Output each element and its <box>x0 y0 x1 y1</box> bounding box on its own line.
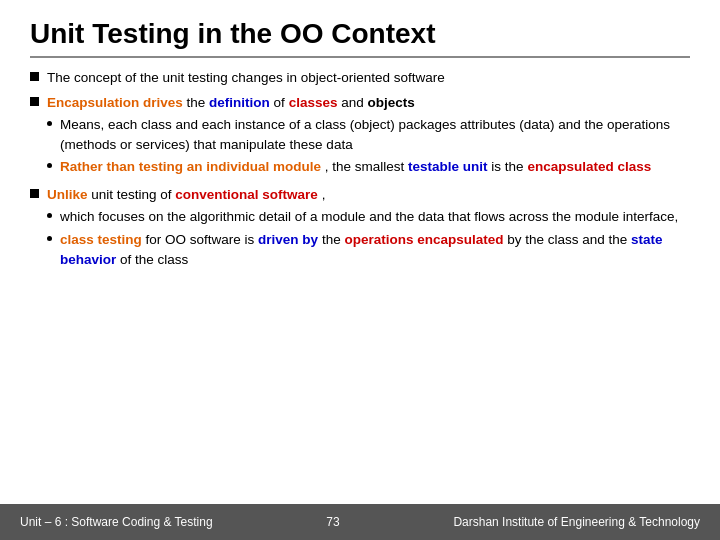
text: , <box>322 187 326 202</box>
text: the <box>322 232 345 247</box>
footer-center: 73 <box>326 515 339 529</box>
footer: Unit – 6 : Software Coding & Testing 73 … <box>0 504 720 540</box>
highlight: classes <box>289 95 338 110</box>
sub-bullet-icon <box>47 236 52 241</box>
sub-bullet-text: Means, each class and each instance of a… <box>60 115 690 154</box>
list-item: Encapsulation drives the definition of c… <box>30 93 690 180</box>
list-item: Rather than testing an individual module… <box>47 157 690 177</box>
highlight: conventional software <box>175 187 318 202</box>
footer-left: Unit – 6 : Software Coding & Testing <box>20 515 213 529</box>
main-content: Unit Testing in the OO Context The conce… <box>0 0 720 504</box>
sub-bullet-text: class testing for OO software is driven … <box>60 230 690 269</box>
text: of <box>274 95 289 110</box>
bullet-text: Encapsulation drives the definition of c… <box>47 93 415 113</box>
sub-bullet-list: Means, each class and each instance of a… <box>47 115 690 180</box>
sub-bullet-text: which focuses on the algorithmic detail … <box>60 207 678 227</box>
highlight: class testing <box>60 232 142 247</box>
highlight: Rather than testing an individual module <box>60 159 321 174</box>
highlight: driven by <box>258 232 318 247</box>
sub-bullet-icon <box>47 213 52 218</box>
sub-bullet-text: Rather than testing an individual module… <box>60 157 651 177</box>
text: by the class and the <box>507 232 631 247</box>
sub-bullet-icon <box>47 163 52 168</box>
bullet-icon <box>30 97 39 106</box>
text: of the class <box>120 252 188 267</box>
text: for OO software is <box>146 232 259 247</box>
sub-bullet-list: which focuses on the algorithmic detail … <box>47 207 690 272</box>
highlight: operations encapsulated <box>344 232 503 247</box>
bullet-list: The concept of the unit testing changes … <box>30 68 690 272</box>
sub-bullet-icon <box>47 121 52 126</box>
highlight: Encapsulation drives <box>47 95 183 110</box>
text: the <box>187 95 210 110</box>
list-item: Means, each class and each instance of a… <box>47 115 690 154</box>
highlight: testable unit <box>408 159 488 174</box>
text: unit testing of <box>91 187 175 202</box>
slide-title: Unit Testing in the OO Context <box>30 18 690 58</box>
text: is the <box>491 159 527 174</box>
slide: Unit Testing in the OO Context The conce… <box>0 0 720 540</box>
highlight: definition <box>209 95 270 110</box>
list-item: class testing for OO software is driven … <box>47 230 690 269</box>
highlight: Unlike <box>47 187 88 202</box>
bullet-text: Unlike unit testing of conventional soft… <box>47 185 325 205</box>
bullet-icon <box>30 72 39 81</box>
text: , the smallest <box>325 159 408 174</box>
bullet-icon <box>30 189 39 198</box>
list-item: which focuses on the algorithmic detail … <box>47 207 690 227</box>
footer-right: Darshan Institute of Engineering & Techn… <box>453 515 700 529</box>
list-item: Unlike unit testing of conventional soft… <box>30 185 690 272</box>
highlight: encapsulated class <box>527 159 651 174</box>
bullet-text: The concept of the unit testing changes … <box>47 68 445 88</box>
list-item: The concept of the unit testing changes … <box>30 68 690 88</box>
text: and <box>341 95 367 110</box>
highlight: objects <box>367 95 414 110</box>
